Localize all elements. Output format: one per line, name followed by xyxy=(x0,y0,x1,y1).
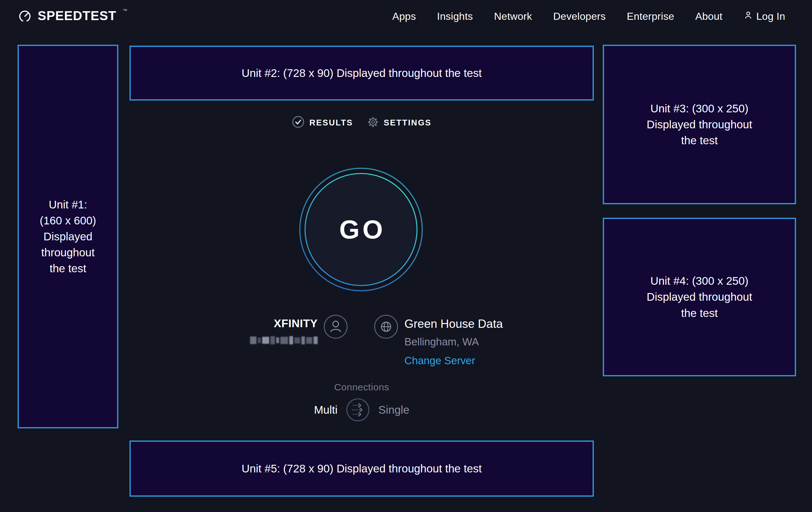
main-nav: Apps Insights Network Developers Enterpr… xyxy=(392,10,785,22)
mode-single-label[interactable]: Single xyxy=(378,403,409,416)
brand-name: SPEEDTEST xyxy=(38,9,116,23)
nav-item-about[interactable]: About xyxy=(695,10,722,22)
tab-settings[interactable]: SETTINGS xyxy=(367,116,432,129)
brand-logo[interactable]: SPEEDTEST ™ xyxy=(18,9,127,24)
speedometer-icon xyxy=(18,9,32,24)
tabs-row: RESULTS SETTINGS xyxy=(129,114,594,131)
tab-results[interactable]: RESULTS xyxy=(292,115,353,130)
go-button[interactable]: GO xyxy=(298,167,424,292)
ad-unit-5-text: Unit #5: (728 x 90) Displayed throughout… xyxy=(242,461,482,477)
ad-unit-5[interactable]: Unit #5: (728 x 90) Displayed throughout… xyxy=(129,440,594,497)
nav-item-developers[interactable]: Developers xyxy=(553,10,606,22)
nav-item-network[interactable]: Network xyxy=(494,10,532,22)
nav-item-enterprise[interactable]: Enterprise xyxy=(627,10,674,22)
gear-icon xyxy=(367,116,379,129)
ad-unit-2[interactable]: Unit #2: (728 x 90) Displayed throughout… xyxy=(129,46,594,101)
nav-item-insights[interactable]: Insights xyxy=(437,10,473,22)
connection-mode-row: Multi Single xyxy=(129,397,594,423)
login-link[interactable]: Log In xyxy=(744,10,785,22)
server-globe-badge xyxy=(374,315,398,339)
check-circle-icon xyxy=(292,115,304,130)
ad-unit-3[interactable]: Unit #3: (300 x 250) Displayed throughou… xyxy=(603,45,796,204)
mode-multi-label[interactable]: Multi xyxy=(314,403,338,416)
tab-settings-label: SETTINGS xyxy=(384,118,432,128)
isp-person-badge xyxy=(323,315,348,339)
tab-results-label: RESULTS xyxy=(309,118,353,128)
server-info: Green House Data Bellingham, WA Change S… xyxy=(404,317,503,367)
ad-unit-4[interactable]: Unit #4: (300 x 250) Displayed throughou… xyxy=(603,218,796,376)
ad-unit-1-text: Unit #1: (160 x 600) Displayed throughou… xyxy=(39,197,96,276)
ad-unit-3-text: Unit #3: (300 x 250) Displayed throughou… xyxy=(647,101,752,149)
change-server-link[interactable]: Change Server xyxy=(404,355,475,367)
connections-label: Connections xyxy=(129,382,594,393)
ad-unit-1[interactable]: Unit #1: (160 x 600) Displayed throughou… xyxy=(18,45,118,428)
ad-unit-2-text: Unit #2: (728 x 90) Displayed throughout… xyxy=(242,65,482,81)
server-location: Bellingham, WA xyxy=(404,336,503,348)
go-label: GO xyxy=(298,167,424,292)
person-icon xyxy=(744,10,753,22)
multi-arrows-icon[interactable] xyxy=(346,398,370,422)
redacted-ip-text xyxy=(250,335,318,345)
trademark-mark: ™ xyxy=(123,8,127,13)
server-name: Green House Data xyxy=(404,317,503,331)
nav-item-apps[interactable]: Apps xyxy=(392,10,416,22)
header: SPEEDTEST ™ Apps Insights Network Develo… xyxy=(0,0,812,32)
ad-unit-4-text: Unit #4: (300 x 250) Displayed throughou… xyxy=(647,273,752,321)
speedtest-page: SPEEDTEST ™ Apps Insights Network Develo… xyxy=(0,0,812,512)
login-label: Log In xyxy=(756,10,785,22)
isp-name: XFINITY xyxy=(223,317,318,330)
